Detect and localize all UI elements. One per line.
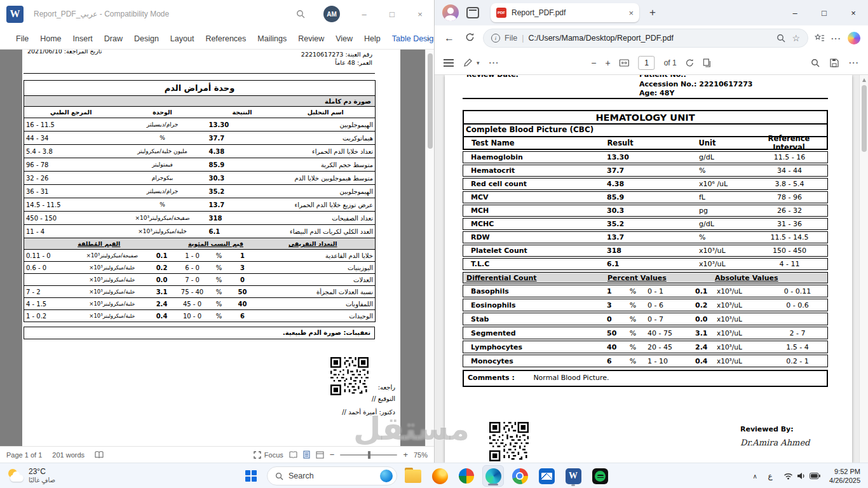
system-tray[interactable] [778, 472, 825, 480]
ribbon-collapse-chevron[interactable]: › [427, 34, 430, 43]
favorites-icon[interactable] [815, 34, 825, 43]
rotate-icon[interactable] [686, 58, 695, 67]
col-header-percent-ar: قيم النسب المئوية [174, 238, 258, 250]
table-row: Eosinophils3%0 - 60.2x10³/uL0 - 0.6 [463, 299, 828, 311]
back-button[interactable]: ← [442, 32, 456, 44]
table-cell: 7 - 0 [174, 274, 211, 286]
bookmark-star-icon[interactable]: ☆ [792, 33, 800, 43]
taskbar-app-edge[interactable] [482, 465, 504, 487]
taskbar-app-mail[interactable] [536, 465, 557, 487]
table-cell: % [211, 274, 227, 286]
address-bar[interactable]: i File | C:/Users/Mama/Desktop/Report_PD… [483, 29, 808, 48]
taskbar-app-firefox[interactable] [429, 465, 451, 487]
zoom-in-button[interactable]: + [403, 450, 408, 459]
pdf-scrollbar-thumb[interactable] [862, 85, 867, 152]
ribbon-tab-layout[interactable]: Layout [165, 28, 200, 49]
table-cell: جرام/ديسيلتر [118, 185, 207, 198]
ribbon-tab-review[interactable]: Review [292, 28, 330, 49]
browser-menu-icon[interactable]: ··· [831, 34, 841, 43]
ribbon-tab-help[interactable]: Help [358, 28, 386, 49]
focus-button[interactable]: Focus [254, 451, 283, 459]
ribbon-tab-design[interactable]: Design [128, 28, 165, 49]
browser-tab-active[interactable]: PDF Report_PDF.pdf × [491, 3, 639, 22]
word-scrollbar-track[interactable] [425, 50, 434, 446]
pdf-overflow-menu-icon[interactable]: ··· [849, 58, 859, 67]
col-header-absolute-values: Absolute Values [691, 274, 778, 282]
site-info-icon[interactable]: i [491, 34, 500, 43]
browser-minimize-button[interactable]: – [780, 0, 810, 25]
word-page[interactable]: تاريخ المراجعة: 2021/06/10 رقم العينة: 2… [22, 50, 400, 446]
language-indicator[interactable]: ع [763, 471, 777, 480]
patient-age: Age: 48Y [639, 89, 752, 98]
ribbon-tab-references[interactable]: References [200, 28, 252, 49]
pdf-annotate-pen-icon[interactable] [463, 58, 473, 67]
taskbar-app-word[interactable]: W [562, 465, 584, 487]
taskbar-search[interactable]: Search [267, 466, 397, 485]
word-close-button[interactable]: × [406, 0, 434, 28]
save-icon[interactable] [830, 58, 839, 67]
taskbar-app-photos[interactable] [456, 465, 477, 487]
word-minimize-button[interactable]: – [350, 0, 378, 28]
zoom-level[interactable]: 75% [414, 451, 428, 459]
account-avatar[interactable]: AM [323, 6, 340, 22]
browser-toolbar: ← i File | C:/Users/Mama/Desktop/Report_… [435, 25, 868, 51]
scrollbar-up-arrow[interactable] [862, 78, 866, 82]
new-tab-button[interactable]: + [649, 6, 656, 19]
pdf-menu-icon[interactable] [444, 59, 454, 67]
pdf-page[interactable]: Review Date: Patient No.: Accession No.:… [445, 75, 852, 463]
tab-close-icon[interactable]: × [628, 8, 634, 18]
browser-close-button[interactable]: × [839, 0, 868, 25]
refresh-button[interactable] [463, 32, 477, 44]
ribbon-tab-insert[interactable]: Insert [67, 28, 98, 49]
pdf-zoom-out-button[interactable]: − [591, 58, 596, 68]
table-cell: ×10³صفيحة/ميكروليتر [118, 212, 207, 225]
ribbon-tab-draw[interactable]: Draw [98, 28, 128, 49]
zoom-page-icon[interactable] [776, 34, 785, 43]
taskbar-app-spotify[interactable] [589, 465, 611, 487]
pdf-page-input[interactable] [639, 56, 655, 70]
weather-widget[interactable]: 23°C صافٍ غالبًا [3, 465, 60, 487]
table-cell: x10⁶ /uL [690, 178, 752, 190]
fit-width-icon[interactable] [620, 59, 630, 67]
print-layout-icon[interactable] [303, 451, 310, 459]
ribbon-tab-mailings[interactable]: Mailings [252, 28, 292, 49]
open-app-indicator [488, 484, 498, 485]
ribbon-tab-file[interactable]: File [10, 28, 34, 49]
taskbar-app-file-explorer[interactable] [402, 465, 424, 487]
zoom-slider-thumb[interactable] [368, 451, 370, 459]
zoom-slider[interactable] [340, 454, 397, 456]
table-cell: 50 [227, 286, 258, 298]
tab-actions-icon[interactable] [466, 7, 479, 18]
read-mode-icon[interactable] [289, 451, 297, 459]
ribbon-tab-home[interactable]: Home [34, 28, 67, 49]
word-search-button[interactable] [288, 0, 313, 28]
word-scrollbar-thumb[interactable] [428, 53, 433, 149]
browser-profile-avatar[interactable] [442, 4, 459, 21]
table-cell: 45 - 0 [174, 298, 211, 310]
browser-maximize-button[interactable]: □ [810, 0, 839, 25]
page-view-icon[interactable] [703, 58, 712, 67]
table-cell: 1 - 10 [642, 355, 690, 367]
table-cell: 1 - 0 [174, 250, 211, 262]
start-button[interactable] [240, 465, 262, 487]
taskbar-app-chrome[interactable] [509, 465, 531, 487]
page-indicator[interactable]: Page 1 of 1 [6, 451, 42, 459]
pdf-more-tools-icon[interactable]: ··· [489, 58, 499, 67]
table-cell: 35.2 [207, 185, 283, 198]
word-maximize-button[interactable]: □ [378, 0, 406, 28]
zoom-out-button[interactable]: − [330, 450, 335, 459]
pdf-scrollbar-track[interactable] [859, 75, 868, 463]
taskbar-clock[interactable]: 9:52 PM 4/26/2025 [827, 467, 865, 485]
copilot-icon[interactable] [848, 32, 860, 44]
table-cell: ×10³خلية/ميكروليتر [75, 310, 150, 322]
proofing-icon[interactable] [95, 451, 104, 459]
ribbon-tab-view[interactable]: View [330, 28, 358, 49]
tray-overflow-chevron[interactable]: ∧ [748, 473, 762, 480]
pen-dropdown-chevron[interactable]: ▾ [477, 60, 480, 66]
web-layout-icon[interactable] [316, 451, 324, 459]
pdf-search-icon[interactable] [811, 58, 820, 67]
pdf-zoom-in-button[interactable]: + [605, 58, 610, 68]
table-row: 4 - 1.5×10³خلية/ميكروليتر2.445 - 0%40الل… [24, 298, 376, 310]
word-count[interactable]: 201 words [52, 451, 85, 459]
table-cell [768, 313, 828, 325]
